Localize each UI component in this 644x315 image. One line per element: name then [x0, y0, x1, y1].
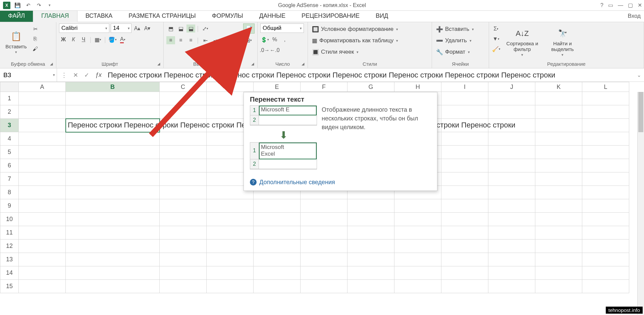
cell[interactable]	[535, 159, 582, 172]
cell[interactable]	[347, 226, 394, 240]
column-header[interactable]: G	[347, 82, 394, 92]
cell[interactable]	[19, 186, 66, 199]
cell[interactable]	[441, 266, 488, 280]
cell[interactable]	[488, 213, 535, 226]
cell[interactable]	[66, 213, 160, 226]
cell[interactable]	[19, 172, 66, 186]
conditional-formatting-button[interactable]: 🔲Условное форматирование▾	[311, 24, 429, 34]
tab-review[interactable]: РЕЦЕНЗИРОВАНИЕ	[293, 10, 368, 22]
cell[interactable]	[394, 280, 441, 293]
scroll-thumb[interactable]	[638, 92, 643, 132]
cell[interactable]	[441, 280, 488, 293]
cell[interactable]	[19, 266, 66, 280]
cell[interactable]	[441, 92, 488, 105]
formula-input[interactable]	[106, 68, 634, 82]
cell[interactable]	[254, 240, 301, 253]
cell[interactable]	[582, 253, 629, 266]
select-all-corner[interactable]	[0, 82, 19, 92]
cell[interactable]	[582, 132, 629, 146]
cell[interactable]: Перенос строки Перенос строки Перенос ст…	[66, 119, 160, 132]
cell[interactable]	[66, 226, 160, 240]
cell[interactable]	[488, 132, 535, 146]
cell[interactable]	[207, 199, 254, 213]
fill-icon[interactable]: ▼▾	[492, 35, 500, 43]
cell[interactable]	[582, 172, 629, 186]
cell[interactable]	[301, 280, 347, 293]
row-header[interactable]: 9	[0, 199, 19, 213]
cell[interactable]	[66, 105, 160, 119]
tab-view[interactable]: ВИД	[368, 10, 396, 22]
sign-in-link[interactable]: Вход	[628, 10, 644, 22]
comma-format-icon[interactable]: ,	[280, 36, 289, 44]
sort-filter-button[interactable]: A↓Z Сортировка и фильтр ▾	[504, 23, 541, 60]
close-icon[interactable]: ✕	[638, 2, 642, 8]
insert-cells-button[interactable]: ➕Вставить▾	[435, 24, 486, 34]
cell[interactable]	[394, 213, 441, 226]
clear-icon[interactable]: 🧹▾	[492, 45, 500, 53]
cell[interactable]	[19, 280, 66, 293]
cell[interactable]	[441, 132, 488, 146]
column-header[interactable]: C	[160, 82, 207, 92]
cell[interactable]	[535, 146, 582, 159]
increase-font-icon[interactable]: A▴	[133, 24, 142, 32]
help-icon[interactable]: ?	[600, 2, 603, 8]
cell[interactable]	[347, 240, 394, 253]
redo-icon[interactable]: ↷	[34, 1, 44, 10]
cell[interactable]	[582, 240, 629, 253]
wrap-text-button[interactable]: 📄	[243, 23, 255, 34]
increase-decimal-icon[interactable]: .0→	[260, 46, 269, 54]
cell[interactable]	[66, 253, 160, 266]
cell[interactable]	[66, 146, 160, 159]
align-center-icon[interactable]: ≡	[176, 36, 185, 44]
cell[interactable]	[535, 240, 582, 253]
cell[interactable]	[441, 253, 488, 266]
cell[interactable]	[160, 213, 207, 226]
cell[interactable]	[207, 266, 254, 280]
font-launcher-icon[interactable]: ◢	[157, 62, 160, 66]
cell[interactable]	[441, 159, 488, 172]
cell[interactable]	[582, 146, 629, 159]
align-middle-icon[interactable]: ⬓	[176, 24, 185, 33]
cell[interactable]	[347, 280, 394, 293]
format-painter-icon[interactable]: 🖌	[31, 45, 40, 53]
cell[interactable]	[66, 186, 160, 199]
cell[interactable]	[582, 186, 629, 199]
cell[interactable]	[394, 240, 441, 253]
align-top-icon[interactable]: ⬒	[166, 24, 175, 33]
cell[interactable]	[207, 240, 254, 253]
format-as-table-button[interactable]: ▦Форматировать как таблицу▾	[311, 36, 429, 46]
row-header[interactable]: 6	[0, 159, 19, 172]
cell[interactable]	[19, 132, 66, 146]
row-header[interactable]: 15	[0, 280, 19, 293]
column-header[interactable]: E	[254, 82, 301, 92]
cell[interactable]	[582, 199, 629, 213]
clipboard-launcher-icon[interactable]: ◢	[50, 62, 53, 66]
cell[interactable]	[19, 105, 66, 119]
cell[interactable]	[160, 240, 207, 253]
row-header[interactable]: 12	[0, 240, 19, 253]
column-header[interactable]: A	[19, 82, 66, 92]
cell[interactable]	[488, 266, 535, 280]
cell[interactable]	[66, 240, 160, 253]
delete-cells-button[interactable]: ➖Удалить▾	[435, 36, 486, 46]
row-header[interactable]: 3	[0, 119, 19, 132]
cell[interactable]	[488, 105, 535, 119]
cell[interactable]	[535, 105, 582, 119]
row-header[interactable]: 7	[0, 172, 19, 186]
italic-button[interactable]: К	[69, 36, 78, 44]
cell[interactable]	[394, 226, 441, 240]
copy-icon[interactable]: ⎘	[31, 35, 40, 43]
cell[interactable]	[19, 199, 66, 213]
cell[interactable]	[394, 253, 441, 266]
cell[interactable]	[301, 199, 347, 213]
cell[interactable]	[582, 226, 629, 240]
cell[interactable]	[254, 280, 301, 293]
align-right-icon[interactable]: ≡	[186, 36, 195, 44]
font-color-icon[interactable]: A▾	[118, 36, 127, 44]
cell[interactable]	[19, 119, 66, 132]
number-format-input[interactable]	[261, 25, 298, 32]
cell[interactable]	[66, 199, 160, 213]
cell[interactable]	[394, 199, 441, 213]
name-box[interactable]: ▾	[0, 68, 57, 82]
cell[interactable]	[254, 199, 301, 213]
